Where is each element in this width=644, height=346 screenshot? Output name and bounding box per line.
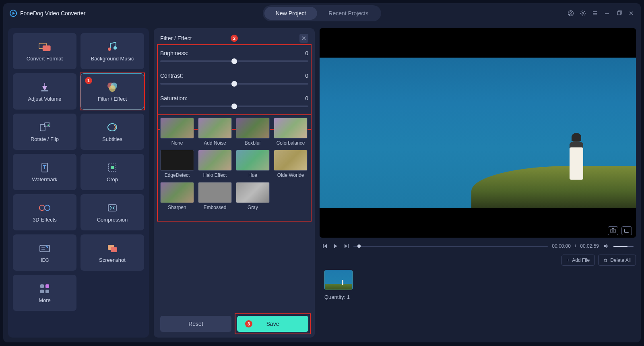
- filter-add-noise[interactable]: Add Noise: [198, 118, 232, 146]
- contrast-slider[interactable]: Contrast:0: [160, 73, 308, 85]
- filter-label: Halo Effect: [203, 172, 227, 178]
- tool-label: Adjust Volume: [28, 96, 61, 102]
- tool-subtitles[interactable]: Subtitles: [80, 114, 144, 150]
- titlebar: FoneDog Video Converter New Project Rece…: [3, 3, 641, 23]
- filter-thumbnail: [160, 182, 194, 203]
- svg-point-12: [108, 48, 111, 51]
- tool-screenshot[interactable]: Screenshot: [80, 234, 144, 271]
- svg-point-25: [39, 205, 45, 210]
- tool-adjust-volume[interactable]: Adjust Volume: [13, 73, 76, 110]
- svg-point-26: [45, 205, 50, 210]
- filter-embossed[interactable]: Embossed: [198, 182, 232, 210]
- time-total: 00:02:59: [580, 243, 599, 249]
- next-button[interactable]: [343, 244, 349, 248]
- svg-rect-43: [323, 244, 324, 248]
- settings-icon[interactable]: [580, 10, 586, 17]
- app-title: FoneDog Video Converter: [20, 10, 85, 17]
- filter-thumbnail: [274, 118, 308, 139]
- contrast-label: Contrast:: [160, 73, 183, 79]
- filter-sharpen[interactable]: Sharpen: [160, 182, 194, 210]
- close-icon[interactable]: [628, 10, 634, 17]
- tool-label: Compression: [97, 217, 128, 223]
- fullscreen-button[interactable]: [621, 226, 632, 235]
- tool-id3[interactable]: ID3: [13, 234, 76, 271]
- filter-halo-effect[interactable]: Halo Effect: [198, 150, 232, 178]
- filter-none[interactable]: None: [160, 118, 194, 146]
- tool-more[interactable]: More: [13, 275, 76, 311]
- minimize-icon[interactable]: [604, 10, 610, 17]
- svg-rect-35: [45, 284, 49, 288]
- svg-rect-33: [111, 247, 117, 252]
- reset-button[interactable]: Reset: [160, 316, 231, 332]
- time-current: 00:00:00: [552, 243, 571, 249]
- tab-new-project[interactable]: New Project: [264, 7, 317, 20]
- right-panel: 00:00:00 / 00:02:59 +Add File Delete All…: [320, 28, 636, 338]
- quantity-value: 1: [347, 294, 350, 300]
- tool-label: Filter / Effect: [98, 96, 127, 102]
- contrast-value: 0: [305, 73, 308, 79]
- filter-colorbalance[interactable]: Colorbalance: [274, 118, 308, 146]
- screenshot-icon: [106, 242, 119, 254]
- filter-label: Embossed: [204, 205, 227, 210]
- svg-text:T: T: [43, 164, 47, 170]
- svg-rect-29: [40, 245, 50, 252]
- filter-label: Hue: [248, 172, 257, 178]
- tool-watermark[interactable]: TWatermark: [13, 154, 76, 190]
- delete-all-button[interactable]: Delete All: [598, 255, 636, 266]
- maximize-icon[interactable]: [616, 10, 622, 17]
- tool-3d-effects[interactable]: 3D Effects: [13, 194, 76, 230]
- tool-label: Subtitles: [102, 136, 122, 142]
- tool-convert-format[interactable]: Convert Format: [13, 33, 76, 69]
- filter-edgedetect[interactable]: EdgeDetect: [160, 150, 194, 178]
- app-logo-wrap: FoneDog Video Converter: [10, 10, 85, 17]
- tool-label: Screenshot: [99, 257, 126, 263]
- svg-point-13: [114, 46, 117, 50]
- play-button[interactable]: [332, 244, 339, 248]
- file-actions: +Add File Delete All: [320, 255, 636, 266]
- crop-icon: [106, 162, 119, 173]
- filter-gray[interactable]: Gray: [236, 182, 270, 210]
- svg-rect-42: [625, 229, 629, 233]
- filter-label: None: [171, 140, 183, 146]
- filter-label: Colorbalance: [277, 140, 305, 146]
- filter-olde-worlde[interactable]: Olde Worlde: [274, 150, 308, 178]
- tool-crop[interactable]: Crop: [80, 154, 144, 190]
- tool-filter-effect[interactable]: Filter / Effect1: [80, 73, 144, 110]
- saturation-label: Saturation:: [160, 95, 188, 102]
- add-file-button[interactable]: +Add File: [561, 255, 595, 266]
- tab-recent-projects[interactable]: Recent Projects: [317, 7, 380, 20]
- tool-background-music[interactable]: Background Music: [80, 33, 144, 69]
- svg-rect-34: [40, 284, 44, 288]
- panel-header: Filter / Effect 2: [160, 34, 308, 43]
- svg-rect-11: [43, 46, 50, 51]
- seek-bar[interactable]: [353, 246, 548, 247]
- save-button[interactable]: 3 Save: [237, 316, 308, 332]
- close-panel-button[interactable]: [299, 34, 308, 43]
- menu-icon[interactable]: [592, 10, 598, 17]
- annotation-badge-2: 2: [231, 35, 238, 42]
- screenshot-preview-button[interactable]: [608, 226, 618, 235]
- panel-footer: Reset 3 Save: [160, 316, 308, 332]
- account-icon[interactable]: [568, 10, 574, 17]
- svg-rect-28: [108, 205, 116, 211]
- prev-button[interactable]: [322, 244, 328, 248]
- svg-point-2: [582, 12, 584, 14]
- filter-label: Add Noise: [204, 140, 226, 146]
- filter-boxblur[interactable]: Boxblur: [236, 118, 270, 146]
- svg-marker-46: [345, 244, 347, 248]
- time-sep: /: [575, 243, 576, 249]
- filter-effect-panel: Filter / Effect 2 Brightness:0 Contrast:…: [154, 28, 315, 338]
- volume-icon[interactable]: [603, 244, 609, 249]
- saturation-slider[interactable]: Saturation:0: [160, 95, 308, 107]
- volume-slider[interactable]: [613, 246, 634, 247]
- brightness-slider[interactable]: Brightness:0: [160, 50, 308, 62]
- plus-icon: +: [567, 257, 570, 263]
- file-thumbnail[interactable]: [324, 270, 353, 290]
- svg-marker-48: [604, 244, 607, 248]
- tool-compression[interactable]: Compression: [80, 194, 144, 230]
- subtitles-icon: [106, 122, 119, 133]
- tool-label: Convert Format: [27, 56, 63, 62]
- filter-hue[interactable]: Hue: [236, 150, 270, 178]
- tool-rotate-flip[interactable]: Rotate / Flip: [13, 114, 76, 150]
- more-icon: [38, 283, 51, 294]
